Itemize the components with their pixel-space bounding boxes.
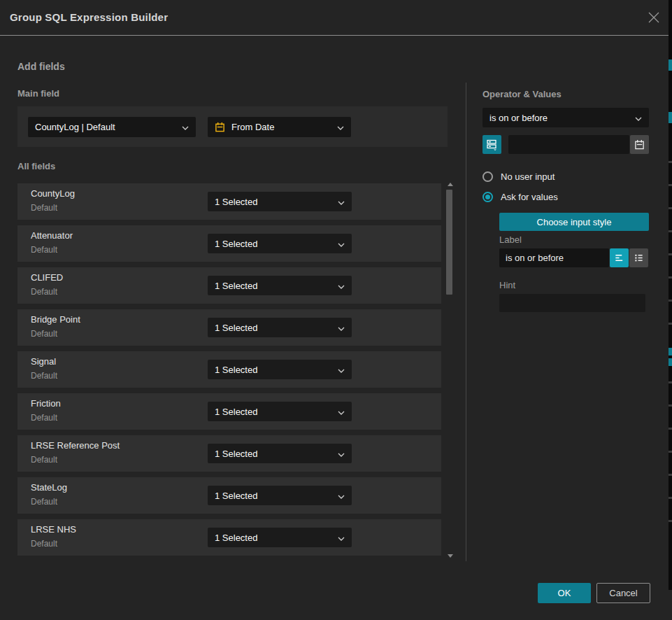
operator-select[interactable]: is on or before	[482, 108, 649, 127]
chevron-down-icon	[338, 449, 345, 459]
field-subtitle: Default	[31, 371, 57, 381]
field-selection-value: 1 Selected	[215, 407, 257, 417]
scroll-up-arrow-icon[interactable]	[448, 183, 453, 186]
field-row: Signal Default 1 Selected	[17, 351, 441, 388]
calendar-icon	[634, 139, 645, 150]
chevron-down-icon	[338, 365, 345, 375]
ok-button[interactable]: OK	[538, 583, 591, 603]
field-selection-select[interactable]: 1 Selected	[208, 486, 352, 505]
field-selection-value: 1 Selected	[215, 533, 257, 543]
field-name: LRSE Reference Post	[31, 440, 120, 451]
field-subtitle: Default	[31, 245, 57, 255]
field-row: Friction Default 1 Selected	[17, 393, 441, 430]
all-fields-heading: All fields	[17, 161, 55, 171]
radio-selected-icon	[482, 192, 493, 202]
background-app-edge	[669, 0, 672, 590]
field-selection-select[interactable]: 1 Selected	[208, 318, 352, 337]
input-type-button[interactable]	[482, 135, 501, 154]
field-selection-select[interactable]: 1 Selected	[208, 444, 352, 463]
field-row: CountyLog Default 1 Selected	[17, 183, 441, 220]
field-selection-value: 1 Selected	[215, 365, 257, 375]
field-row: StateLog Default 1 Selected	[17, 477, 441, 514]
field-selection-value: 1 Selected	[215, 197, 257, 207]
field-name: Attenuator	[31, 230, 73, 241]
chevron-down-icon	[338, 197, 345, 207]
chevron-down-icon	[338, 281, 345, 291]
main-field-field-select[interactable]: From Date	[208, 117, 351, 137]
radio-ask-for-values[interactable]: Ask for values	[482, 192, 558, 202]
field-subtitle: Default	[31, 329, 57, 339]
dialog-title: Group SQL Expression Builder	[10, 11, 168, 23]
align-left-button[interactable]	[610, 248, 629, 267]
date-picker-button[interactable]	[630, 135, 649, 154]
chevron-down-icon	[338, 407, 345, 417]
main-field-heading: Main field	[17, 88, 59, 99]
chevron-down-icon	[338, 533, 345, 543]
field-subtitle: Default	[31, 539, 57, 549]
field-name: Friction	[31, 398, 61, 409]
list-style-button[interactable]	[629, 248, 648, 267]
field-selection-value: 1 Selected	[215, 281, 257, 291]
radio-no-user-input[interactable]: No user input	[482, 171, 555, 182]
operator-select-value: is on or before	[489, 113, 548, 123]
main-field-field-select-value: From Date	[231, 122, 274, 132]
choose-input-style-button[interactable]: Choose input style	[499, 213, 649, 231]
add-fields-heading: Add fields	[17, 61, 65, 72]
field-row: LRSE Reference Post Default 1 Selected	[17, 435, 441, 472]
field-selection-select[interactable]: 1 Selected	[208, 402, 352, 421]
scrollbar-thumb[interactable]	[446, 190, 452, 295]
main-field-layer-select[interactable]: CountyLog | Default	[28, 117, 196, 137]
field-name: CLIFED	[31, 272, 63, 283]
align-left-icon	[614, 253, 624, 263]
field-selection-select[interactable]: 1 Selected	[208, 360, 352, 379]
chevron-down-icon	[337, 122, 344, 132]
main-field-panel: CountyLog | Default From Date	[17, 106, 448, 147]
cancel-button[interactable]: Cancel	[596, 583, 650, 603]
field-selection-select[interactable]: 1 Selected	[208, 192, 352, 211]
field-selection-select[interactable]: 1 Selected	[208, 528, 352, 547]
field-subtitle: Default	[31, 497, 57, 507]
main-field-layer-select-value: CountyLog | Default	[35, 122, 115, 132]
operator-values-heading: Operator & Values	[482, 89, 562, 99]
field-row: Attenuator Default 1 Selected	[17, 225, 441, 262]
chevron-down-icon	[182, 122, 189, 132]
radio-unselected-icon	[482, 171, 493, 182]
scrollbar	[445, 181, 455, 561]
field-name: Signal	[31, 356, 56, 367]
label-input[interactable]	[499, 248, 609, 267]
scroll-down-arrow-icon[interactable]	[448, 554, 453, 558]
close-icon[interactable]	[647, 11, 661, 25]
field-selection-value: 1 Selected	[215, 449, 257, 459]
field-row: LRSE NHS Default 1 Selected	[17, 519, 441, 556]
dialog-header: Group SQL Expression Builder	[0, 0, 669, 36]
panel-divider	[466, 83, 466, 561]
calendar-date-icon	[215, 122, 225, 132]
chevron-down-icon	[338, 323, 345, 333]
field-selection-value: 1 Selected	[215, 323, 257, 333]
chevron-down-icon	[635, 113, 642, 123]
field-selection-select[interactable]: 1 Selected	[208, 276, 352, 295]
all-fields-list: CountyLog Default 1 Selected Attenuator …	[17, 181, 441, 556]
label-field-label: Label	[499, 234, 522, 245]
field-selection-value: 1 Selected	[215, 491, 257, 501]
field-row: Bridge Point Default 1 Selected	[17, 309, 441, 346]
field-subtitle: Default	[31, 413, 57, 423]
group-sql-expression-builder-dialog: Group SQL Expression Builder Add fields …	[0, 0, 669, 620]
value-input[interactable]	[508, 135, 629, 154]
chevron-down-icon	[338, 239, 345, 249]
field-subtitle: Default	[31, 455, 57, 465]
field-name: CountyLog	[31, 188, 75, 199]
hint-field-label: Hint	[499, 280, 515, 290]
field-name: StateLog	[31, 482, 67, 493]
stacked-fields-icon	[486, 139, 498, 150]
hint-input[interactable]	[499, 294, 645, 312]
field-subtitle: Default	[31, 203, 57, 213]
field-subtitle: Default	[31, 287, 57, 297]
field-name: LRSE NHS	[31, 524, 76, 535]
bullet-list-icon	[634, 253, 644, 263]
field-row: CLIFED Default 1 Selected	[17, 267, 441, 304]
field-selection-select[interactable]: 1 Selected	[208, 234, 352, 253]
field-selection-value: 1 Selected	[215, 239, 257, 249]
chevron-down-icon	[338, 491, 345, 501]
field-name: Bridge Point	[31, 314, 80, 325]
